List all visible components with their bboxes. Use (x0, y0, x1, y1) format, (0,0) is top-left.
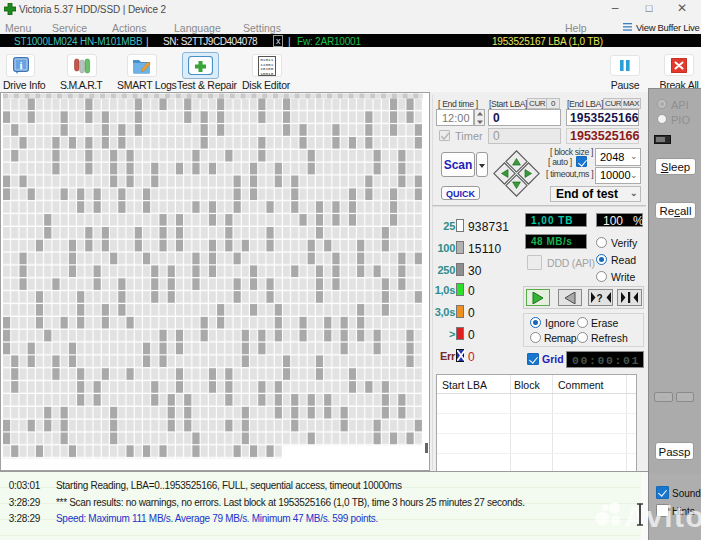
svg-text:i: i (19, 59, 22, 71)
svg-text:10010: 10010 (260, 71, 274, 76)
svg-text:?: ? (597, 293, 603, 304)
